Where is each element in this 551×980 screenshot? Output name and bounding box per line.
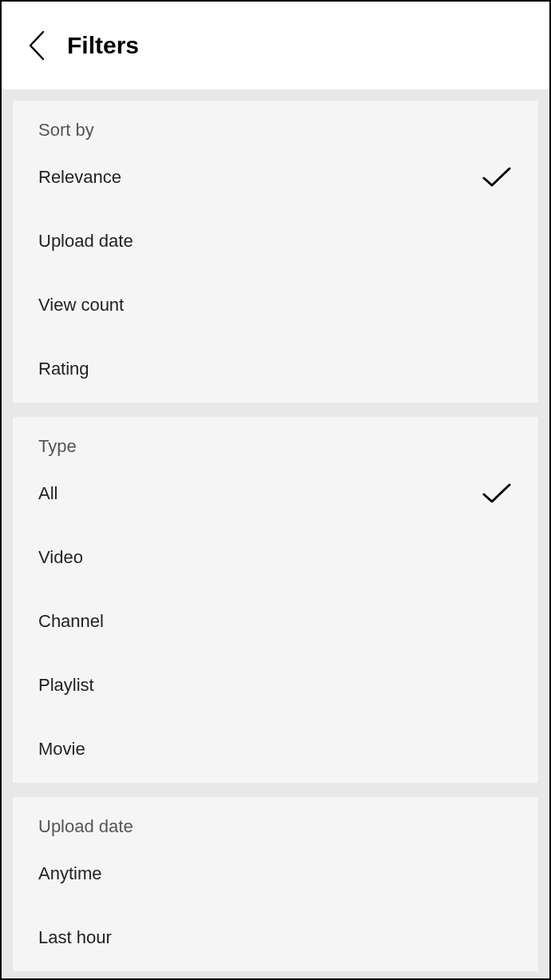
option-label: Channel — [38, 611, 104, 632]
option-rating[interactable]: Rating — [38, 337, 513, 401]
section-sort-by: Sort by Relevance Upload date View count… — [13, 101, 538, 403]
header: Filters — [2, 2, 549, 89]
option-label: Last hour — [38, 927, 112, 948]
option-label: Rating — [38, 359, 89, 379]
content-area: Sort by Relevance Upload date View count… — [2, 89, 549, 978]
option-relevance[interactable]: Relevance — [38, 145, 513, 209]
option-video[interactable]: Video — [38, 526, 513, 589]
option-view-count[interactable]: View count — [38, 273, 513, 337]
section-title: Type — [38, 436, 513, 457]
option-label: All — [38, 483, 57, 504]
option-label: Movie — [38, 739, 85, 760]
option-last-hour[interactable]: Last hour — [38, 906, 513, 970]
option-channel[interactable]: Channel — [38, 589, 513, 653]
section-title: Upload date — [38, 816, 513, 837]
checkmark-icon — [481, 165, 513, 189]
option-label: Upload date — [38, 231, 133, 252]
checkmark-icon — [481, 482, 513, 506]
option-playlist[interactable]: Playlist — [38, 653, 513, 717]
option-label: View count — [38, 295, 124, 315]
section-upload-date: Upload date Anytime Last hour — [13, 797, 538, 971]
option-anytime[interactable]: Anytime — [38, 842, 513, 906]
section-type: Type All Video Channel Playlist Movie — [13, 417, 538, 783]
page-title: Filters — [67, 32, 139, 59]
option-label: Video — [38, 547, 83, 568]
option-all[interactable]: All — [38, 462, 513, 526]
option-upload-date[interactable]: Upload date — [38, 209, 513, 273]
section-title: Sort by — [38, 120, 513, 141]
option-movie[interactable]: Movie — [38, 717, 513, 781]
checkmark-icon — [481, 862, 513, 886]
option-label: Relevance — [38, 167, 121, 188]
option-label: Anytime — [38, 863, 101, 884]
option-label: Playlist — [38, 675, 94, 696]
back-icon[interactable] — [21, 30, 53, 61]
